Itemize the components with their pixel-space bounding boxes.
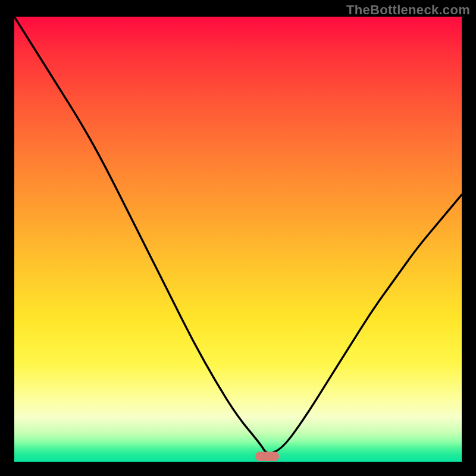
plot-area bbox=[14, 17, 462, 462]
curve-svg bbox=[14, 17, 462, 462]
chart-frame bbox=[0, 17, 476, 476]
bottleneck-curve-path bbox=[14, 17, 462, 453]
watermark-text: TheBottleneck.com bbox=[346, 2, 470, 18]
optimal-point-marker bbox=[255, 452, 279, 461]
